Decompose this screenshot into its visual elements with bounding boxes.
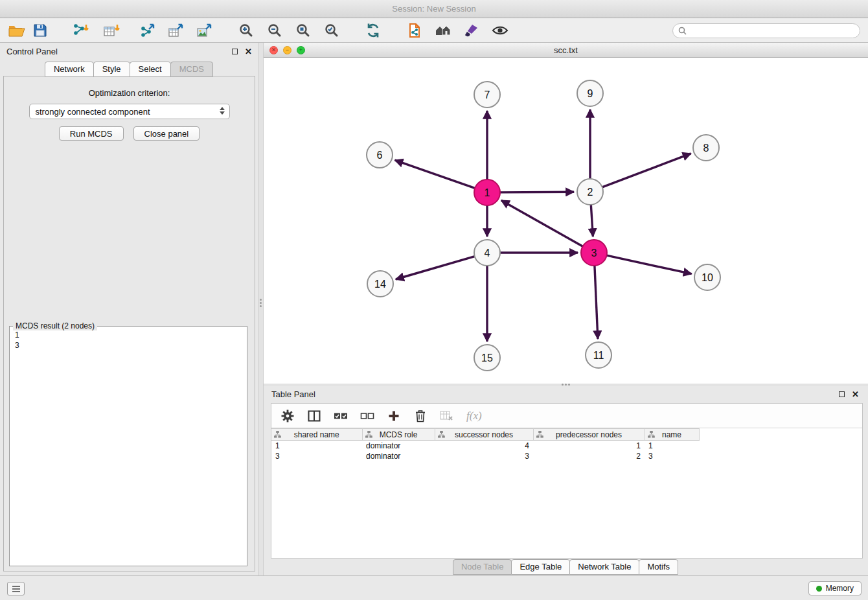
table-settings-button[interactable] [279, 408, 296, 424]
svg-text:7: 7 [485, 89, 490, 100]
svg-text:4: 4 [485, 248, 490, 259]
apply-style-button[interactable] [460, 20, 483, 41]
tab-edge-table[interactable]: Edge Table [511, 559, 570, 575]
node-8[interactable]: 8 [693, 135, 719, 161]
function-builder-button[interactable]: f(x) [465, 408, 483, 424]
tab-network[interactable]: Network [45, 62, 94, 77]
select-all-button[interactable] [332, 408, 349, 424]
control-panel-float-button[interactable] [232, 49, 238, 54]
zoom-in-button[interactable] [234, 20, 258, 41]
export-image-button[interactable] [193, 20, 216, 41]
table-cell[interactable]: dominator [362, 451, 435, 461]
column-header-mcds-role[interactable]: MCDS role [362, 429, 435, 441]
table-cell[interactable]: dominator [362, 441, 435, 451]
node-table: shared name MCDS role successor nodes pr… [271, 428, 862, 461]
edge-3-10[interactable] [607, 255, 692, 274]
table-cell[interactable]: 3 [645, 451, 699, 461]
zoom-fit-button[interactable] [291, 20, 315, 41]
home-button[interactable] [431, 20, 455, 41]
run-mcds-button[interactable]: Run MCDS [59, 126, 124, 141]
node-2[interactable]: 2 [577, 179, 603, 205]
criterion-dropdown[interactable]: strongly connected component [29, 104, 230, 119]
close-panel-button[interactable]: Close panel [133, 126, 200, 141]
edge-1-6[interactable] [395, 160, 475, 188]
table-row[interactable]: 3dominator323 [271, 451, 862, 461]
zoom-selected-button[interactable] [320, 20, 343, 41]
table-cell[interactable]: 2 [533, 451, 645, 461]
new-network-button[interactable] [403, 20, 426, 41]
control-panel-close-button[interactable]: ✕ [245, 47, 252, 56]
split-columns-button[interactable] [306, 408, 323, 424]
svg-text:15: 15 [481, 352, 493, 363]
node-4[interactable]: 4 [474, 240, 500, 266]
vertical-splitter[interactable] [258, 43, 264, 575]
tab-select[interactable]: Select [130, 62, 171, 77]
table-panel-float-button[interactable] [839, 391, 845, 397]
edge-2-8[interactable] [602, 154, 691, 187]
column-header-successor-nodes[interactable]: successor nodes [435, 429, 533, 441]
column-header-name[interactable]: name [645, 429, 699, 441]
table-row[interactable]: 1dominator411 [271, 441, 862, 451]
node-15[interactable]: 15 [474, 345, 500, 371]
zoom-window-button[interactable]: + [297, 46, 305, 54]
node-7[interactable]: 7 [474, 82, 500, 108]
node-11[interactable]: 11 [586, 342, 611, 368]
delete-table-button[interactable] [439, 408, 455, 424]
node-3[interactable]: 3 [581, 240, 607, 266]
tab-style[interactable]: Style [93, 62, 130, 77]
status-bar: Memory [0, 575, 868, 600]
close-window-button[interactable]: ✕ [269, 46, 278, 54]
network-canvas-area[interactable]: 7968124310141511 [264, 58, 868, 384]
table-panel-close-button[interactable]: ✕ [852, 390, 859, 398]
table-cell[interactable]: 1 [271, 441, 362, 451]
export-network-button[interactable] [136, 20, 159, 41]
import-table-button[interactable] [100, 20, 123, 41]
node-9[interactable]: 9 [577, 80, 603, 106]
apply-layout-button[interactable] [361, 20, 385, 41]
node-6[interactable]: 6 [367, 142, 393, 168]
deselect-all-button[interactable] [359, 408, 376, 424]
node-10[interactable]: 10 [694, 264, 720, 290]
search-input[interactable] [690, 25, 854, 36]
hierarchy-icon [365, 431, 372, 438]
edge-3-11[interactable] [595, 266, 598, 339]
tab-mcds[interactable]: MCDS [170, 62, 213, 77]
add-column-button[interactable] [385, 408, 402, 424]
table-cell[interactable]: 3 [271, 451, 362, 461]
search-field[interactable] [672, 23, 860, 38]
svg-text:6: 6 [377, 150, 383, 161]
column-header-label: successor nodes [455, 430, 513, 439]
tab-network-table[interactable]: Network Table [569, 559, 639, 575]
toggle-view-button[interactable] [488, 20, 512, 41]
table-cell[interactable]: 4 [435, 441, 533, 451]
edge-1-2[interactable] [500, 192, 574, 192]
save-session-button[interactable] [29, 20, 52, 41]
edge-2-3[interactable] [591, 205, 593, 237]
delete-column-button[interactable] [412, 408, 429, 424]
table-cell[interactable]: 1 [533, 441, 645, 451]
minimize-window-button[interactable]: − [283, 46, 291, 54]
network-window-titlebar: ✕ − + scc.txt [264, 43, 868, 58]
svg-text:1: 1 [485, 187, 490, 198]
open-session-button[interactable] [5, 20, 29, 41]
edge-4-14[interactable] [396, 257, 475, 279]
edge-3-1[interactable] [501, 200, 583, 246]
node-14[interactable]: 14 [367, 271, 393, 297]
memory-button[interactable]: Memory [808, 581, 862, 595]
export-table-button[interactable] [165, 20, 188, 41]
trash-icon [415, 410, 426, 422]
zoom-out-icon [267, 23, 282, 38]
node-1[interactable]: 1 [474, 179, 500, 205]
svg-text:14: 14 [374, 279, 386, 290]
column-header-shared-name[interactable]: shared name [271, 429, 362, 441]
floppy-disk-icon [33, 23, 47, 38]
import-network-button[interactable] [69, 20, 92, 41]
panel-menu-button[interactable] [7, 582, 25, 595]
column-header-predecessor-nodes[interactable]: predecessor nodes [533, 429, 645, 441]
table-cell[interactable]: 1 [645, 441, 699, 451]
zoom-out-button[interactable] [263, 20, 286, 41]
zoom-in-icon [238, 23, 254, 38]
tab-node-table[interactable]: Node Table [453, 559, 512, 575]
tab-motifs[interactable]: Motifs [639, 559, 678, 575]
table-cell[interactable]: 3 [435, 451, 533, 461]
